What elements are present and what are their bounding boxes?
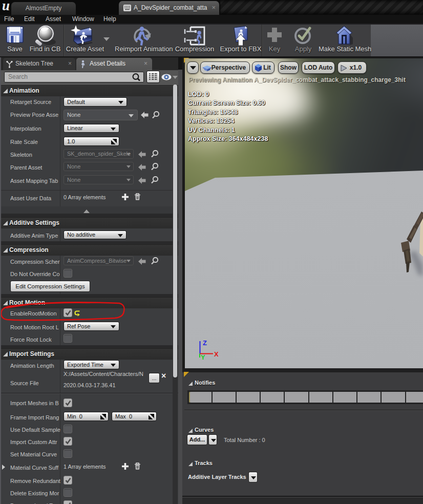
svg-text:Z: Z bbox=[203, 339, 207, 347]
svg-text:Y: Y bbox=[201, 353, 205, 361]
svg-text:X: X bbox=[214, 350, 219, 358]
